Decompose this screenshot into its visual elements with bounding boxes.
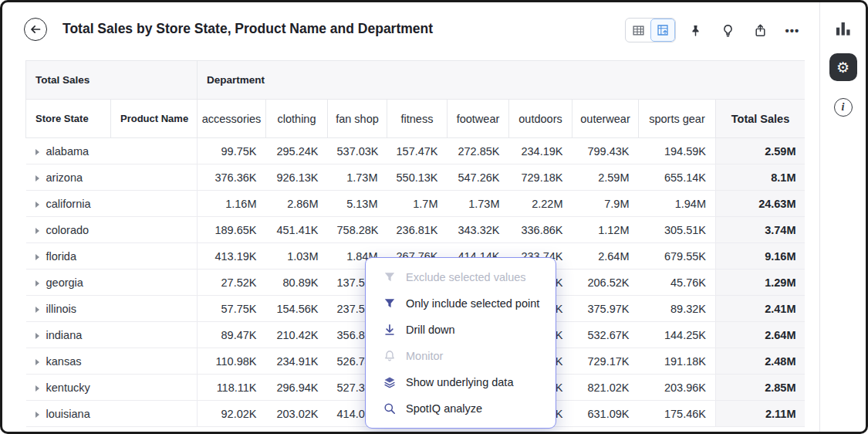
share-button[interactable] — [747, 17, 773, 43]
value-cell[interactable]: 679.55K — [639, 243, 716, 270]
column-header-outdoors[interactable]: outdoors — [509, 100, 572, 138]
value-cell[interactable]: 157.47K — [387, 138, 448, 164]
value-cell[interactable]: 305.51K — [639, 217, 716, 243]
store-state-column-header[interactable]: Store State — [26, 100, 111, 138]
table-view-icon[interactable] — [626, 19, 650, 42]
value-cell[interactable]: 1.73M — [448, 191, 509, 217]
expand-caret-icon[interactable] — [35, 385, 39, 392]
column-header-fan-shop[interactable]: fan shop — [328, 100, 387, 138]
value-cell[interactable]: 272.85K — [448, 138, 509, 164]
value-cell[interactable]: 118.11K — [198, 375, 266, 401]
value-cell[interactable]: 110.98K — [198, 348, 266, 375]
total-sales-cell[interactable]: 1.29M — [716, 270, 806, 296]
value-cell[interactable]: 1.94M — [639, 191, 716, 217]
product-name-column-header[interactable]: Product Name — [111, 100, 198, 138]
value-cell[interactable]: 99.75K — [198, 138, 266, 164]
value-cell[interactable]: 376.36K — [198, 164, 266, 191]
expand-caret-icon[interactable] — [35, 333, 39, 339]
row-header-indiana[interactable]: indiana — [26, 322, 198, 348]
value-cell[interactable]: 154.56K — [266, 296, 328, 322]
back-button[interactable] — [24, 18, 47, 41]
value-cell[interactable]: 144.25K — [639, 322, 716, 348]
column-header-Total-Sales[interactable]: Total Sales — [716, 100, 806, 138]
value-cell[interactable]: 2.59M — [572, 164, 639, 191]
settings-button[interactable]: ⚙ — [829, 53, 857, 81]
expand-caret-icon[interactable] — [35, 280, 39, 287]
expand-caret-icon[interactable] — [35, 359, 39, 365]
expand-caret-icon[interactable] — [35, 254, 39, 260]
value-cell[interactable]: 175.46K — [639, 401, 716, 427]
info-button[interactable]: i — [834, 98, 853, 117]
total-sales-cell[interactable]: 2.64M — [716, 322, 806, 348]
value-cell[interactable]: 2.22M — [509, 191, 572, 217]
value-cell[interactable]: 27.52K — [198, 270, 266, 296]
value-cell[interactable]: 547.26K — [448, 164, 509, 191]
value-cell[interactable]: 203.02K — [266, 401, 328, 427]
value-cell[interactable]: 1.16M — [198, 191, 266, 217]
value-cell[interactable]: 532.67K — [572, 322, 639, 348]
value-cell[interactable]: 655.14K — [639, 164, 716, 191]
value-cell[interactable]: 758.28K — [328, 217, 387, 243]
value-cell[interactable]: 1.73M — [328, 164, 387, 191]
value-cell[interactable]: 631.09K — [572, 401, 639, 427]
column-header-accessories[interactable]: accessories — [198, 100, 266, 138]
value-cell[interactable]: 206.52K — [572, 270, 639, 296]
value-cell[interactable]: 236.81K — [387, 217, 448, 243]
expand-caret-icon[interactable] — [35, 307, 39, 313]
context-menu-item-only-include-selected-point[interactable]: Only include selected point — [366, 290, 556, 317]
row-header-kentucky[interactable]: kentucky — [26, 375, 198, 401]
total-sales-cell[interactable]: 2.85M — [716, 375, 806, 401]
row-header-arizona[interactable]: arizona — [26, 164, 198, 191]
expand-caret-icon[interactable] — [35, 149, 39, 155]
total-sales-cell[interactable]: 8.1M — [716, 164, 806, 191]
value-cell[interactable]: 7.9M — [572, 191, 639, 217]
column-header-footwear[interactable]: footwear — [448, 100, 509, 138]
value-cell[interactable]: 191.18K — [639, 348, 716, 375]
value-cell[interactable]: 729.17K — [572, 348, 639, 375]
value-cell[interactable]: 821.02K — [572, 375, 639, 401]
row-header-illinois[interactable]: illinois — [26, 296, 198, 322]
value-cell[interactable]: 80.89K — [266, 270, 328, 296]
value-cell[interactable]: 799.43K — [572, 138, 639, 164]
total-sales-cell[interactable]: 2.59M — [716, 138, 806, 164]
row-header-colorado[interactable]: colorado — [26, 217, 198, 243]
value-cell[interactable]: 45.76K — [639, 270, 716, 296]
total-sales-cell[interactable]: 2.41M — [716, 296, 806, 322]
expand-caret-icon[interactable] — [35, 175, 39, 181]
row-header-kansas[interactable]: kansas — [26, 348, 198, 375]
value-cell[interactable]: 1.03M — [266, 243, 328, 270]
column-header-outerwear[interactable]: outerwear — [572, 100, 639, 138]
value-cell[interactable]: 5.13M — [328, 191, 387, 217]
value-cell[interactable]: 189.65K — [198, 217, 266, 243]
pivot-view-icon[interactable] — [650, 19, 675, 42]
value-cell[interactable]: 89.47K — [198, 322, 266, 348]
value-cell[interactable]: 234.19K — [509, 138, 572, 164]
value-cell[interactable]: 729.18K — [509, 164, 572, 191]
total-sales-cell[interactable]: 24.63M — [716, 191, 806, 217]
insights-button[interactable] — [714, 17, 741, 43]
row-header-california[interactable]: california — [26, 191, 198, 217]
value-cell[interactable]: 2.64M — [572, 243, 639, 270]
value-cell[interactable]: 210.42K — [266, 322, 328, 348]
total-sales-cell[interactable]: 2.48M — [716, 348, 806, 375]
expand-caret-icon[interactable] — [35, 228, 39, 234]
expand-caret-icon[interactable] — [35, 202, 39, 208]
column-header-sports-gear[interactable]: sports gear — [639, 100, 716, 138]
value-cell[interactable]: 451.41K — [266, 217, 328, 243]
row-header-florida[interactable]: florida — [26, 243, 198, 270]
value-cell[interactable]: 336.86K — [509, 217, 572, 243]
value-cell[interactable]: 413.19K — [198, 243, 266, 270]
row-header-alabama[interactable]: alabama — [26, 138, 198, 164]
column-header-fitness[interactable]: fitness — [387, 100, 448, 138]
value-cell[interactable]: 194.59K — [639, 138, 716, 164]
value-cell[interactable]: 57.75K — [198, 296, 266, 322]
total-sales-cell[interactable]: 9.16M — [716, 243, 806, 270]
value-cell[interactable]: 2.86M — [266, 191, 328, 217]
total-sales-cell[interactable]: 2.11M — [716, 401, 806, 427]
context-menu-item-show-underlying-data[interactable]: Show underlying data — [366, 369, 556, 395]
value-cell[interactable]: 234.91K — [266, 348, 328, 375]
context-menu-item-drill-down[interactable]: Drill down — [366, 317, 556, 343]
more-options-button[interactable]: ••• — [779, 17, 806, 43]
value-cell[interactable]: 203.96K — [639, 375, 716, 401]
value-cell[interactable]: 89.32K — [639, 296, 716, 322]
